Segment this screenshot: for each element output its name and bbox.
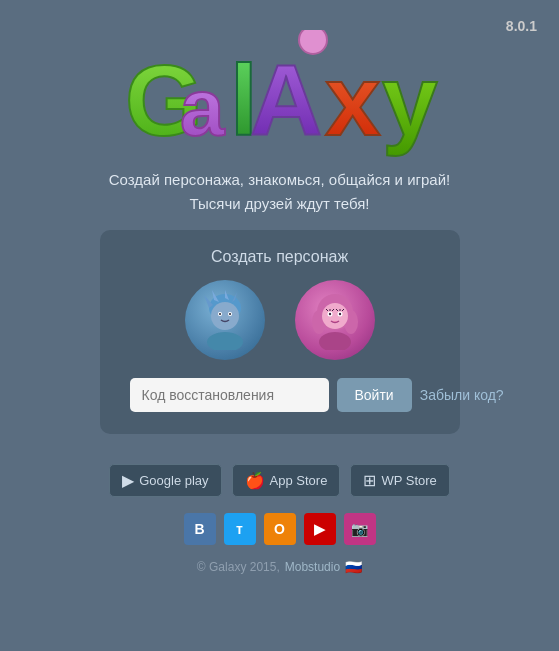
google-play-label: Google play (139, 473, 208, 488)
logo-svg: G a l A x y (120, 30, 440, 160)
login-button[interactable]: Войти (337, 378, 412, 412)
social-row: В т О ▶ 📷 (184, 513, 376, 545)
male-avatar-icon (199, 290, 251, 350)
svg-point-21 (322, 303, 348, 329)
svg-point-26 (319, 332, 351, 350)
russian-flag-icon: 🇷🇺 (345, 559, 362, 575)
create-character-card: Создать персонаж (100, 230, 460, 434)
svg-point-16 (229, 313, 231, 315)
version-label: 8.0.1 (506, 18, 537, 34)
tagline: Создай персонажа, знакомься, общайся и и… (109, 168, 450, 216)
footer-text: © Galaxy 2015, (197, 560, 280, 574)
male-avatar-button[interactable] (185, 280, 265, 360)
footer: © Galaxy 2015, Mobstudio 🇷🇺 (197, 559, 362, 575)
apple-icon: 🍎 (245, 471, 265, 490)
twitter-button[interactable]: т (224, 513, 256, 545)
tagline-line2: Тысячи друзей ждут тебя! (109, 192, 450, 216)
avatar-selection (185, 280, 375, 360)
mobstudio-link[interactable]: Mobstudio (285, 560, 340, 574)
odnoklassniki-button[interactable]: О (264, 513, 296, 545)
svg-text:y: y (382, 44, 438, 156)
svg-point-12 (211, 302, 239, 330)
forgot-code-link[interactable]: Забыли код? (420, 387, 504, 403)
svg-text:x: x (325, 44, 381, 156)
wp-store-label: WP Store (381, 473, 436, 488)
svg-text:A: A (250, 44, 322, 156)
recovery-code-input[interactable] (130, 378, 329, 412)
windows-icon: ⊞ (363, 471, 376, 490)
svg-point-15 (219, 313, 221, 315)
svg-point-4 (299, 30, 327, 54)
card-title: Создать персонаж (211, 248, 348, 266)
vk-button[interactable]: В (184, 513, 216, 545)
store-buttons: ▶ Google play 🍎 App Store ⊞ WP Store (109, 464, 450, 497)
female-avatar-button[interactable] (295, 280, 375, 360)
app-store-label: App Store (270, 473, 328, 488)
wp-store-button[interactable]: ⊞ WP Store (350, 464, 449, 497)
svg-point-25 (338, 313, 340, 315)
app-store-button[interactable]: 🍎 App Store (232, 464, 341, 497)
svg-point-24 (328, 313, 330, 315)
google-play-icon: ▶ (122, 471, 134, 490)
female-avatar-icon (309, 290, 361, 350)
svg-point-17 (207, 332, 243, 350)
google-play-button[interactable]: ▶ Google play (109, 464, 221, 497)
login-row: Войти Забыли код? (130, 378, 430, 412)
youtube-button[interactable]: ▶ (304, 513, 336, 545)
tagline-line1: Создай персонажа, знакомься, общайся и и… (109, 168, 450, 192)
instagram-button[interactable]: 📷 (344, 513, 376, 545)
svg-text:a: a (180, 63, 225, 152)
logo-area: G a l A x y (120, 30, 440, 160)
